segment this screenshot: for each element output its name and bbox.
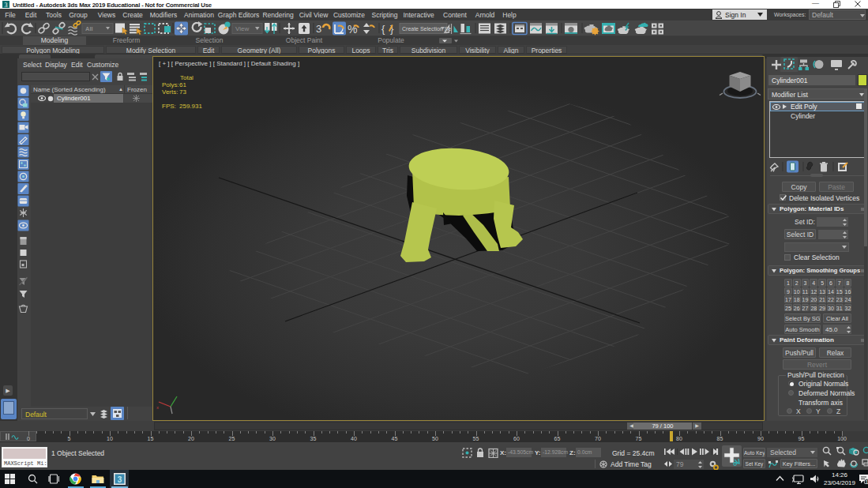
svg-text:Create Selection Se: Create Selection Se [402,26,451,32]
svg-text:3: 3 [5,2,8,9]
svg-text:%: % [348,23,357,36]
svg-text:{: { [381,23,385,35]
svg-text:x: x [156,405,159,410]
svg-text:3: 3 [316,23,321,35]
svg-text:View: View [235,25,249,32]
svg-text:3: 3 [118,475,122,484]
svg-text:All: All [85,25,93,32]
